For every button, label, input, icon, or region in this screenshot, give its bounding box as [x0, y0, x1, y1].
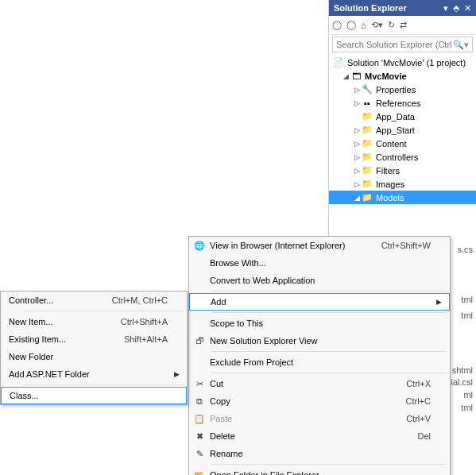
expander-icon[interactable]: ◢: [353, 194, 361, 202]
toolbar: ◯ ◯ ⌂ ⟲▾ ↻ ⇄: [329, 16, 476, 35]
folder-icon: 📁: [361, 138, 373, 149]
tree-item-content[interactable]: ▷📁Content: [329, 137, 476, 150]
home-icon[interactable]: ⌂: [361, 21, 366, 30]
expander-icon[interactable]: ▷: [353, 99, 361, 107]
tree-item-label: References: [376, 98, 420, 108]
menu-item-class[interactable]: Class...: [1, 387, 187, 404]
folder-icon: ▪▪: [361, 98, 373, 109]
search-box[interactable]: 🔍▾: [332, 37, 473, 52]
solution-node[interactable]: 📄 Solution 'MvcMovie' (1 project): [329, 56, 476, 69]
menu-item-cut[interactable]: ✂CutCtrl+X: [189, 375, 450, 392]
project-node[interactable]: ◢ 🗔 MvcMovie: [329, 69, 476, 83]
menu-item-open-folder-in-file-explorer[interactable]: 📂Open Folder in File Explorer: [189, 466, 450, 475]
add-submenu: Controller...Ctrl+M, Ctrl+CNew Item...Ct…: [0, 291, 188, 405]
tree-item-label: Properties: [376, 85, 416, 95]
menu-shortcut: Ctrl+Shift+W: [381, 241, 437, 250]
folder-icon: 📁: [361, 125, 373, 136]
close-icon[interactable]: ✕: [464, 0, 471, 16]
tree-item-label: Content: [376, 139, 407, 149]
menu-label: View in Browser (Internet Explorer): [210, 241, 381, 250]
search-input[interactable]: [336, 40, 453, 49]
menu-label: Paste: [210, 414, 406, 423]
menu-label: Delete: [210, 431, 417, 441]
expander-icon[interactable]: ▷: [353, 180, 361, 188]
tree-item-references[interactable]: ▷▪▪References: [329, 96, 476, 110]
tree-item-app_start[interactable]: ▷📁App_Start: [329, 123, 476, 137]
menu-item-new-solution-explorer-view[interactable]: 🗗New Solution Explorer View: [189, 332, 450, 349]
menu-label: Convert to Web Application: [210, 276, 431, 285]
tree-item-images[interactable]: ▷📁Images: [329, 177, 476, 191]
menu-item-copy[interactable]: ⧉CopyCtrl+C: [189, 392, 450, 410]
separator: [211, 291, 447, 292]
menu-label: Existing Item...: [9, 334, 124, 344]
folder-icon: 🔧: [361, 84, 373, 95]
menu-item-paste: 📋PasteCtrl+V: [189, 410, 450, 427]
tree-item-filters[interactable]: ▷📁Filters: [329, 164, 476, 177]
cut-icon: ✂: [189, 379, 210, 389]
menu-item-convert-to-web-application[interactable]: Convert to Web Application: [189, 272, 450, 289]
rename-icon: ✎: [189, 449, 210, 459]
sync-icon[interactable]: ⟲▾: [371, 20, 383, 30]
separator: [23, 384, 184, 385]
menu-label: Controller...: [9, 295, 112, 305]
tree-item-label: App_Start: [376, 126, 415, 135]
menu-shortcut: Ctrl+X: [406, 379, 437, 388]
menu-label: New Folder: [9, 352, 168, 361]
separator: [211, 351, 447, 352]
back-icon[interactable]: ◯: [332, 20, 342, 30]
menu-item-add[interactable]: Add▶: [189, 293, 450, 311]
delete-icon: ✖: [189, 431, 210, 442]
tree-item-controllers[interactable]: ▷📁Controllers: [329, 150, 476, 164]
menu-item-new-item[interactable]: New Item...Ctrl+Shift+A: [1, 313, 187, 330]
folder-icon: 📁: [361, 111, 373, 122]
context-menu: 🌐View in Browser (Internet Explorer)Ctrl…: [188, 236, 451, 475]
expander-icon[interactable]: ▷: [353, 153, 361, 161]
pin-icon[interactable]: ⬘: [453, 0, 459, 16]
refresh-icon[interactable]: ↻: [388, 20, 395, 30]
separator: [211, 373, 447, 373]
menu-item-controller[interactable]: Controller...Ctrl+M, Ctrl+C: [1, 292, 187, 309]
tree-item-properties[interactable]: ▷🔧Properties: [329, 83, 476, 96]
menu-label: Rename: [210, 449, 431, 458]
menu-item-rename[interactable]: ✎Rename: [189, 445, 450, 462]
project-icon: 🗔: [350, 71, 362, 82]
dropdown-icon[interactable]: ▾: [443, 0, 448, 16]
tree: 📄 Solution 'MvcMovie' (1 project) ◢ 🗔 Mv…: [329, 54, 476, 206]
menu-label: Browse With...: [210, 258, 431, 268]
menu-item-exclude-from-project[interactable]: Exclude From Project: [189, 353, 450, 371]
forward-icon[interactable]: ◯: [346, 20, 356, 30]
menu-item-view-in-browser-internet-explorer[interactable]: 🌐View in Browser (Internet Explorer)Ctrl…: [189, 237, 450, 254]
menu-item-add-asp-net-folder[interactable]: Add ASP.NET Folder▶: [1, 365, 187, 383]
expander-icon[interactable]: ◢: [342, 72, 350, 80]
expander-icon[interactable]: ▷: [353, 126, 361, 134]
folder-icon: 📁: [361, 165, 373, 176]
panel-title: Solution Explorer: [334, 0, 443, 16]
project-label: MvcMovie: [365, 71, 407, 81]
expander-icon[interactable]: ▷: [353, 140, 361, 148]
expander-icon[interactable]: ▷: [353, 167, 361, 175]
menu-label: Class...: [10, 391, 167, 400]
folder-open-icon: 📂: [189, 470, 210, 476]
tree-item-models[interactable]: ◢📁Models: [329, 191, 476, 204]
solution-icon: 📄: [332, 57, 345, 68]
menu-shortcut: Shift+Alt+A: [124, 334, 174, 344]
menu-item-scope-to-this[interactable]: Scope to This: [189, 315, 450, 332]
submenu-arrow-icon: ▶: [436, 298, 444, 306]
menu-shortcut: Del: [417, 431, 437, 441]
tree-item-label: Controllers: [376, 153, 418, 162]
copy-icon: ⧉: [189, 396, 210, 407]
collapse-icon[interactable]: ⇄: [400, 20, 407, 30]
tree-item-label: Images: [376, 180, 404, 189]
tree-item-label: Models: [376, 193, 404, 203]
submenu-arrow-icon: ▶: [174, 370, 182, 378]
menu-label: Exclude From Project: [210, 357, 431, 367]
expander-icon[interactable]: ▷: [353, 86, 361, 94]
menu-item-browse-with[interactable]: Browse With...: [189, 254, 450, 272]
menu-label: New Item...: [9, 317, 121, 326]
panel-titlebar: Solution Explorer ▾ ⬘ ✕: [329, 0, 476, 16]
menu-item-new-folder[interactable]: New Folder: [1, 348, 187, 365]
menu-item-existing-item[interactable]: Existing Item...Shift+Alt+A: [1, 330, 187, 348]
search-icon[interactable]: 🔍▾: [453, 40, 469, 50]
menu-item-delete[interactable]: ✖DeleteDel: [189, 427, 450, 445]
tree-item-app_data[interactable]: 📁App_Data: [329, 110, 476, 123]
